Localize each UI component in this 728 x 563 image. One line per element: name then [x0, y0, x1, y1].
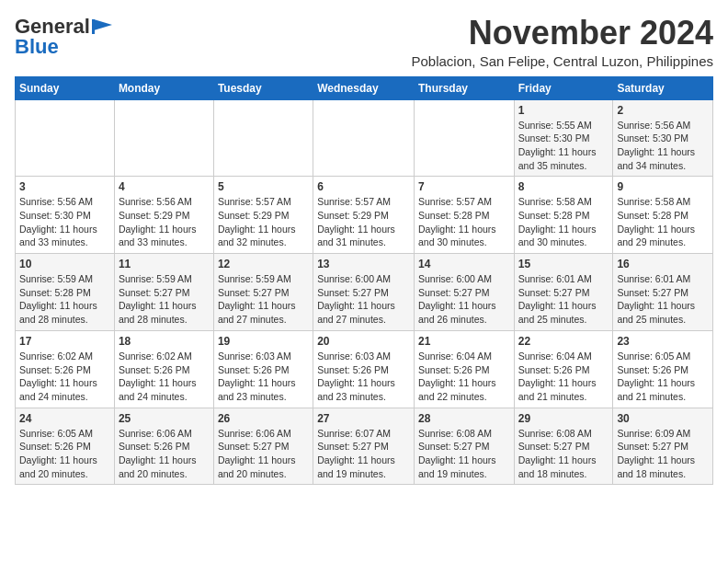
calendar-cell: 2Sunrise: 5:56 AM Sunset: 5:30 PM Daylig… [613, 99, 713, 177]
calendar-cell: 10Sunrise: 5:59 AM Sunset: 5:28 PM Dayli… [16, 254, 115, 331]
calendar-cell: 9Sunrise: 5:58 AM Sunset: 5:28 PM Daylig… [613, 177, 713, 254]
location: Poblacion, San Felipe, Central Luzon, Ph… [411, 53, 713, 69]
calendar-cell: 13Sunrise: 6:00 AM Sunset: 5:27 PM Dayli… [313, 254, 415, 331]
day-detail: Sunrise: 5:56 AM Sunset: 5:29 PM Dayligh… [119, 195, 210, 249]
calendar-cell: 22Sunrise: 6:04 AM Sunset: 5:26 PM Dayli… [514, 330, 613, 408]
day-detail: Sunrise: 6:03 AM Sunset: 5:26 PM Dayligh… [218, 350, 309, 404]
day-detail: Sunrise: 6:02 AM Sunset: 5:26 PM Dayligh… [119, 350, 210, 404]
calendar-cell: 25Sunrise: 6:06 AM Sunset: 5:26 PM Dayli… [114, 408, 213, 485]
day-number: 13 [317, 258, 410, 270]
calendar-cell: 23Sunrise: 6:05 AM Sunset: 5:26 PM Dayli… [613, 330, 713, 408]
day-detail: Sunrise: 5:58 AM Sunset: 5:28 PM Dayligh… [518, 195, 609, 249]
week-row-1: 1Sunrise: 5:55 AM Sunset: 5:30 PM Daylig… [16, 99, 713, 177]
calendar-cell [213, 99, 313, 177]
day-detail: Sunrise: 5:57 AM Sunset: 5:29 PM Dayligh… [218, 195, 309, 249]
calendar-cell: 27Sunrise: 6:07 AM Sunset: 5:27 PM Dayli… [313, 408, 415, 485]
calendar-cell: 8Sunrise: 5:58 AM Sunset: 5:28 PM Daylig… [514, 177, 613, 254]
logo: General Blue [15, 15, 112, 59]
logo-blue: Blue [15, 35, 59, 59]
day-number: 15 [518, 258, 609, 270]
day-number: 7 [418, 180, 510, 193]
day-detail: Sunrise: 6:04 AM Sunset: 5:26 PM Dayligh… [518, 350, 609, 404]
day-number: 26 [218, 412, 309, 425]
day-number: 25 [119, 412, 210, 425]
day-number: 11 [119, 258, 210, 270]
day-number: 9 [617, 180, 709, 193]
day-number: 28 [418, 412, 510, 425]
calendar-cell: 29Sunrise: 6:08 AM Sunset: 5:27 PM Dayli… [514, 408, 613, 485]
day-number: 4 [119, 180, 210, 193]
page-header: General Blue November 2024 Poblacion, Sa… [15, 15, 713, 69]
day-number: 22 [518, 335, 609, 348]
weekday-header-thursday: Thursday [414, 76, 514, 99]
day-number: 21 [418, 335, 510, 348]
day-detail: Sunrise: 5:56 AM Sunset: 5:30 PM Dayligh… [617, 119, 709, 173]
weekday-header-wednesday: Wednesday [313, 76, 415, 99]
day-detail: Sunrise: 6:05 AM Sunset: 5:26 PM Dayligh… [617, 350, 709, 404]
weekday-header-saturday: Saturday [613, 76, 713, 99]
day-number: 19 [218, 335, 309, 348]
day-number: 18 [119, 335, 210, 348]
weekday-header-tuesday: Tuesday [213, 76, 313, 99]
day-number: 6 [317, 180, 410, 193]
calendar-cell: 15Sunrise: 6:01 AM Sunset: 5:27 PM Dayli… [514, 254, 613, 331]
calendar-cell: 11Sunrise: 5:59 AM Sunset: 5:27 PM Dayli… [114, 254, 213, 331]
calendar-cell: 7Sunrise: 5:57 AM Sunset: 5:28 PM Daylig… [414, 177, 514, 254]
day-number: 24 [19, 412, 110, 425]
day-detail: Sunrise: 6:05 AM Sunset: 5:26 PM Dayligh… [19, 427, 110, 481]
weekday-header-monday: Monday [114, 76, 213, 99]
day-detail: Sunrise: 5:59 AM Sunset: 5:27 PM Dayligh… [218, 272, 309, 327]
calendar-cell: 24Sunrise: 6:05 AM Sunset: 5:26 PM Dayli… [16, 408, 115, 485]
calendar-cell: 21Sunrise: 6:04 AM Sunset: 5:26 PM Dayli… [414, 330, 514, 408]
day-number: 27 [317, 412, 410, 425]
calendar-cell: 4Sunrise: 5:56 AM Sunset: 5:29 PM Daylig… [114, 177, 213, 254]
day-number: 23 [617, 335, 709, 348]
calendar-cell: 18Sunrise: 6:02 AM Sunset: 5:26 PM Dayli… [114, 330, 213, 408]
day-detail: Sunrise: 6:00 AM Sunset: 5:27 PM Dayligh… [418, 272, 510, 327]
day-detail: Sunrise: 5:58 AM Sunset: 5:28 PM Dayligh… [617, 195, 709, 249]
day-detail: Sunrise: 6:02 AM Sunset: 5:26 PM Dayligh… [19, 350, 110, 404]
day-number: 30 [617, 412, 709, 425]
day-number: 29 [518, 412, 609, 425]
calendar-cell: 26Sunrise: 6:06 AM Sunset: 5:27 PM Dayli… [213, 408, 313, 485]
calendar-cell: 30Sunrise: 6:09 AM Sunset: 5:27 PM Dayli… [613, 408, 713, 485]
day-detail: Sunrise: 6:03 AM Sunset: 5:26 PM Dayligh… [317, 350, 410, 404]
day-number: 8 [518, 180, 609, 193]
month-title: November 2024 [411, 15, 713, 52]
day-detail: Sunrise: 6:09 AM Sunset: 5:27 PM Dayligh… [617, 427, 709, 481]
title-area: November 2024 Poblacion, San Felipe, Cen… [411, 15, 713, 69]
day-number: 16 [617, 258, 709, 270]
day-detail: Sunrise: 6:06 AM Sunset: 5:27 PM Dayligh… [218, 427, 309, 481]
day-number: 12 [218, 258, 309, 270]
calendar-cell: 17Sunrise: 6:02 AM Sunset: 5:26 PM Dayli… [16, 330, 115, 408]
day-number: 1 [518, 104, 609, 117]
day-number: 10 [19, 258, 110, 270]
weekday-header-friday: Friday [514, 76, 613, 99]
week-row-3: 10Sunrise: 5:59 AM Sunset: 5:28 PM Dayli… [16, 254, 713, 331]
day-number: 14 [418, 258, 510, 270]
day-detail: Sunrise: 6:08 AM Sunset: 5:27 PM Dayligh… [418, 427, 510, 481]
weekday-header-row: SundayMondayTuesdayWednesdayThursdayFrid… [16, 76, 713, 99]
week-row-2: 3Sunrise: 5:56 AM Sunset: 5:30 PM Daylig… [16, 177, 713, 254]
calendar-cell: 14Sunrise: 6:00 AM Sunset: 5:27 PM Dayli… [414, 254, 514, 331]
logo-flag-icon [92, 19, 112, 34]
day-detail: Sunrise: 6:04 AM Sunset: 5:26 PM Dayligh… [418, 350, 510, 404]
day-detail: Sunrise: 5:59 AM Sunset: 5:27 PM Dayligh… [119, 272, 210, 327]
calendar: SundayMondayTuesdayWednesdayThursdayFrid… [15, 76, 713, 486]
day-detail: Sunrise: 5:57 AM Sunset: 5:28 PM Dayligh… [418, 195, 510, 249]
day-number: 5 [218, 180, 309, 193]
week-row-4: 17Sunrise: 6:02 AM Sunset: 5:26 PM Dayli… [16, 330, 713, 408]
day-detail: Sunrise: 6:06 AM Sunset: 5:26 PM Dayligh… [119, 427, 210, 481]
day-detail: Sunrise: 5:59 AM Sunset: 5:28 PM Dayligh… [19, 272, 110, 327]
calendar-cell: 5Sunrise: 5:57 AM Sunset: 5:29 PM Daylig… [213, 177, 313, 254]
day-number: 17 [19, 335, 110, 348]
calendar-cell: 1Sunrise: 5:55 AM Sunset: 5:30 PM Daylig… [514, 99, 613, 177]
day-detail: Sunrise: 5:55 AM Sunset: 5:30 PM Dayligh… [518, 119, 609, 173]
calendar-cell: 3Sunrise: 5:56 AM Sunset: 5:30 PM Daylig… [16, 177, 115, 254]
day-detail: Sunrise: 5:56 AM Sunset: 5:30 PM Dayligh… [19, 195, 110, 249]
day-number: 2 [617, 104, 709, 117]
svg-rect-1 [92, 19, 95, 34]
calendar-cell [114, 99, 213, 177]
svg-marker-0 [94, 19, 112, 30]
calendar-cell [16, 99, 115, 177]
